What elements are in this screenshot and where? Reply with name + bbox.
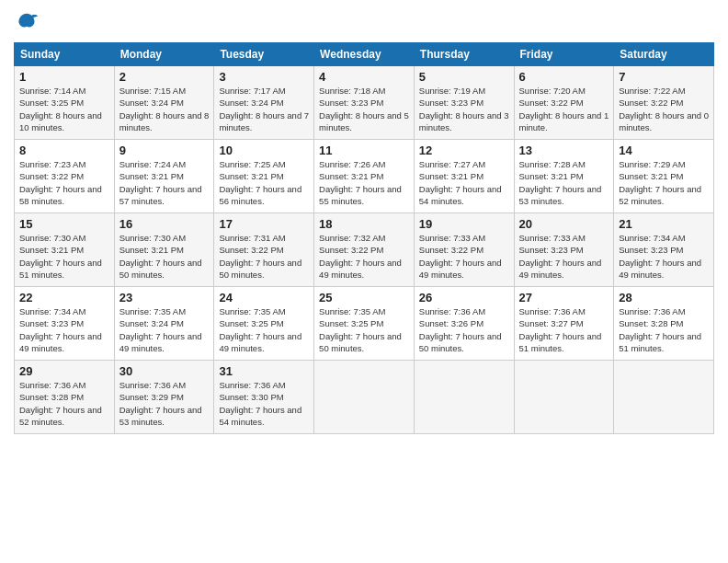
calendar-day-10: 10Sunrise: 7:25 AMSunset: 3:21 PMDayligh… — [214, 140, 314, 213]
day-info: Sunrise: 7:36 AMSunset: 3:28 PMDaylight:… — [19, 379, 109, 428]
calendar-day-14: 14Sunrise: 7:29 AMSunset: 3:21 PMDayligh… — [614, 140, 714, 213]
day-info: Sunrise: 7:29 AMSunset: 3:21 PMDaylight:… — [619, 158, 709, 207]
calendar-day-11: 11Sunrise: 7:26 AMSunset: 3:21 PMDayligh… — [314, 140, 415, 213]
day-info: Sunrise: 7:17 AMSunset: 3:24 PMDaylight:… — [219, 85, 309, 133]
calendar-day-4: 4Sunrise: 7:18 AMSunset: 3:23 PMDaylight… — [314, 66, 415, 140]
calendar-day-28: 28Sunrise: 7:36 AMSunset: 3:28 PMDayligh… — [614, 287, 714, 361]
day-number: 19 — [419, 217, 509, 231]
calendar-day-31: 31Sunrise: 7:36 AMSunset: 3:30 PMDayligh… — [214, 361, 314, 434]
empty-cell — [314, 361, 415, 434]
empty-cell — [514, 361, 614, 434]
day-info: Sunrise: 7:35 AMSunset: 3:25 PMDaylight:… — [219, 305, 309, 354]
calendar-day-29: 29Sunrise: 7:36 AMSunset: 3:28 PMDayligh… — [15, 361, 115, 434]
calendar-day-7: 7Sunrise: 7:22 AMSunset: 3:22 PMDaylight… — [614, 66, 714, 140]
day-info: Sunrise: 7:30 AMSunset: 3:21 PMDaylight:… — [19, 232, 109, 281]
day-number: 4 — [319, 70, 409, 84]
day-number: 9 — [119, 144, 210, 157]
calendar-day-3: 3Sunrise: 7:17 AMSunset: 3:24 PMDaylight… — [214, 66, 314, 140]
calendar-day-9: 9Sunrise: 7:24 AMSunset: 3:21 PMDaylight… — [114, 140, 214, 213]
day-number: 13 — [519, 144, 609, 157]
day-info: Sunrise: 7:23 AMSunset: 3:22 PMDaylight:… — [19, 158, 109, 207]
day-number: 1 — [19, 70, 109, 84]
day-number: 7 — [619, 70, 709, 84]
calendar-header-thursday: Thursday — [414, 43, 514, 66]
day-number: 6 — [519, 70, 609, 84]
day-number: 18 — [319, 217, 409, 231]
calendar-day-19: 19Sunrise: 7:33 AMSunset: 3:22 PMDayligh… — [414, 213, 514, 287]
day-info: Sunrise: 7:36 AMSunset: 3:27 PMDaylight:… — [519, 305, 609, 354]
calendar-header-sunday: Sunday — [15, 43, 115, 66]
calendar-table: SundayMondayTuesdayWednesdayThursdayFrid… — [14, 42, 714, 434]
day-number: 27 — [519, 291, 609, 304]
day-number: 15 — [19, 217, 109, 231]
day-number: 25 — [319, 291, 409, 304]
calendar-day-21: 21Sunrise: 7:34 AMSunset: 3:23 PMDayligh… — [614, 213, 714, 287]
logo — [14, 9, 43, 35]
day-info: Sunrise: 7:25 AMSunset: 3:21 PMDaylight:… — [219, 158, 309, 207]
day-info: Sunrise: 7:27 AMSunset: 3:21 PMDaylight:… — [419, 158, 509, 207]
calendar-week-5: 29Sunrise: 7:36 AMSunset: 3:28 PMDayligh… — [15, 361, 714, 434]
day-info: Sunrise: 7:34 AMSunset: 3:23 PMDaylight:… — [19, 305, 109, 354]
calendar-day-30: 30Sunrise: 7:36 AMSunset: 3:29 PMDayligh… — [114, 361, 214, 434]
day-info: Sunrise: 7:15 AMSunset: 3:24 PMDaylight:… — [119, 85, 210, 133]
day-info: Sunrise: 7:34 AMSunset: 3:23 PMDaylight:… — [619, 232, 709, 281]
calendar-week-2: 8Sunrise: 7:23 AMSunset: 3:22 PMDaylight… — [15, 140, 714, 213]
calendar-day-24: 24Sunrise: 7:35 AMSunset: 3:25 PMDayligh… — [214, 287, 314, 361]
day-info: Sunrise: 7:31 AMSunset: 3:22 PMDaylight:… — [219, 232, 309, 281]
calendar-day-23: 23Sunrise: 7:35 AMSunset: 3:24 PMDayligh… — [114, 287, 214, 361]
day-info: Sunrise: 7:36 AMSunset: 3:26 PMDaylight:… — [419, 305, 509, 354]
day-number: 30 — [119, 364, 210, 378]
calendar-day-17: 17Sunrise: 7:31 AMSunset: 3:22 PMDayligh… — [214, 213, 314, 287]
calendar-header-friday: Friday — [514, 43, 614, 66]
day-number: 8 — [19, 144, 109, 157]
calendar-day-5: 5Sunrise: 7:19 AMSunset: 3:23 PMDaylight… — [414, 66, 514, 140]
day-number: 24 — [219, 291, 309, 304]
day-number: 3 — [219, 70, 309, 84]
calendar-page: SundayMondayTuesdayWednesdayThursdayFrid… — [0, 0, 728, 563]
day-info: Sunrise: 7:36 AMSunset: 3:28 PMDaylight:… — [619, 305, 709, 354]
header — [14, 9, 714, 35]
day-info: Sunrise: 7:26 AMSunset: 3:21 PMDaylight:… — [319, 158, 409, 207]
calendar-day-20: 20Sunrise: 7:33 AMSunset: 3:23 PMDayligh… — [514, 213, 614, 287]
calendar-day-12: 12Sunrise: 7:27 AMSunset: 3:21 PMDayligh… — [414, 140, 514, 213]
calendar-header-wednesday: Wednesday — [314, 43, 415, 66]
day-info: Sunrise: 7:35 AMSunset: 3:24 PMDaylight:… — [119, 305, 210, 354]
day-number: 5 — [419, 70, 509, 84]
day-number: 22 — [19, 291, 109, 304]
day-info: Sunrise: 7:24 AMSunset: 3:21 PMDaylight:… — [119, 158, 210, 207]
calendar-day-27: 27Sunrise: 7:36 AMSunset: 3:27 PMDayligh… — [514, 287, 614, 361]
calendar-week-4: 22Sunrise: 7:34 AMSunset: 3:23 PMDayligh… — [15, 287, 714, 361]
calendar-day-13: 13Sunrise: 7:28 AMSunset: 3:21 PMDayligh… — [514, 140, 614, 213]
calendar-header-monday: Monday — [114, 43, 214, 66]
calendar-day-1: 1Sunrise: 7:14 AMSunset: 3:25 PMDaylight… — [15, 66, 115, 140]
day-info: Sunrise: 7:28 AMSunset: 3:21 PMDaylight:… — [519, 158, 609, 207]
calendar-day-2: 2Sunrise: 7:15 AMSunset: 3:24 PMDaylight… — [114, 66, 214, 140]
day-info: Sunrise: 7:18 AMSunset: 3:23 PMDaylight:… — [319, 85, 409, 133]
day-info: Sunrise: 7:32 AMSunset: 3:22 PMDaylight:… — [319, 232, 409, 281]
calendar-day-18: 18Sunrise: 7:32 AMSunset: 3:22 PMDayligh… — [314, 213, 415, 287]
day-number: 20 — [519, 217, 609, 231]
day-info: Sunrise: 7:35 AMSunset: 3:25 PMDaylight:… — [319, 305, 409, 354]
calendar-day-22: 22Sunrise: 7:34 AMSunset: 3:23 PMDayligh… — [15, 287, 115, 361]
day-number: 2 — [119, 70, 210, 84]
day-number: 12 — [419, 144, 509, 157]
day-info: Sunrise: 7:20 AMSunset: 3:22 PMDaylight:… — [519, 85, 609, 133]
empty-cell — [414, 361, 514, 434]
day-number: 14 — [619, 144, 709, 157]
calendar-day-15: 15Sunrise: 7:30 AMSunset: 3:21 PMDayligh… — [15, 213, 115, 287]
day-info: Sunrise: 7:30 AMSunset: 3:21 PMDaylight:… — [119, 232, 210, 281]
day-info: Sunrise: 7:19 AMSunset: 3:23 PMDaylight:… — [419, 85, 509, 133]
calendar-day-25: 25Sunrise: 7:35 AMSunset: 3:25 PMDayligh… — [314, 287, 415, 361]
day-number: 23 — [119, 291, 210, 304]
day-number: 29 — [19, 364, 109, 378]
logo-icon — [14, 9, 40, 35]
day-number: 17 — [219, 217, 309, 231]
calendar-day-6: 6Sunrise: 7:20 AMSunset: 3:22 PMDaylight… — [514, 66, 614, 140]
day-number: 31 — [219, 364, 309, 378]
day-info: Sunrise: 7:22 AMSunset: 3:22 PMDaylight:… — [619, 85, 709, 133]
day-number: 21 — [619, 217, 709, 231]
day-number: 16 — [119, 217, 210, 231]
calendar-week-1: 1Sunrise: 7:14 AMSunset: 3:25 PMDaylight… — [15, 66, 714, 140]
day-number: 26 — [419, 291, 509, 304]
day-info: Sunrise: 7:33 AMSunset: 3:23 PMDaylight:… — [519, 232, 609, 281]
